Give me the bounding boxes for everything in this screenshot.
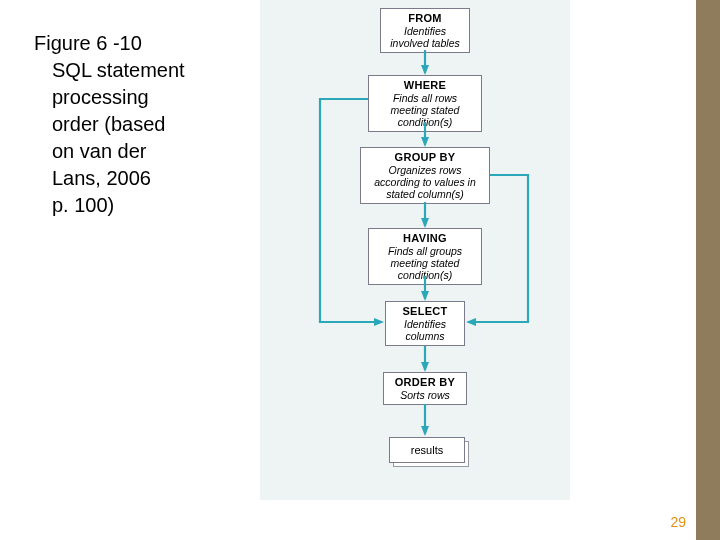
node-title: WHERE <box>373 79 477 92</box>
node-order: ORDER BY Sorts rows <box>383 372 467 405</box>
node-title: HAVING <box>373 232 477 245</box>
node-title: GROUP BY <box>365 151 485 164</box>
page-number: 29 <box>670 514 686 530</box>
node-desc: Finds all rows meeting stated condition(… <box>373 92 477 128</box>
node-title: FROM <box>385 12 465 25</box>
node-desc: Identifies columns <box>390 318 460 342</box>
node-group: GROUP BY Organizes rows according to val… <box>360 147 490 204</box>
caption-line: order (based <box>34 111 224 138</box>
figure-caption: Figure 6 -10 SQL statement processing or… <box>34 30 224 219</box>
node-having: HAVING Finds all groups meeting stated c… <box>368 228 482 285</box>
caption-line: p. 100) <box>34 192 224 219</box>
node-desc: Organizes rows according to values in st… <box>365 164 485 200</box>
node-select: SELECT Identifies columns <box>385 301 465 346</box>
node-where: WHERE Finds all rows meeting stated cond… <box>368 75 482 132</box>
caption-line: on van der <box>34 138 224 165</box>
results-label: results <box>411 444 443 456</box>
accent-sidebar <box>696 0 720 540</box>
node-title: ORDER BY <box>388 376 462 389</box>
caption-line: processing <box>34 84 224 111</box>
node-desc: Sorts rows <box>388 389 462 401</box>
caption-line: SQL statement <box>34 57 224 84</box>
caption-line: Lans, 2006 <box>34 165 224 192</box>
node-title: SELECT <box>390 305 460 318</box>
node-from: FROM Identifies involved tables <box>380 8 470 53</box>
node-desc: Finds all groups meeting stated conditio… <box>373 245 477 281</box>
node-results: results <box>389 437 465 463</box>
caption-line: Figure 6 -10 <box>34 32 142 54</box>
node-desc: Identifies involved tables <box>385 25 465 49</box>
